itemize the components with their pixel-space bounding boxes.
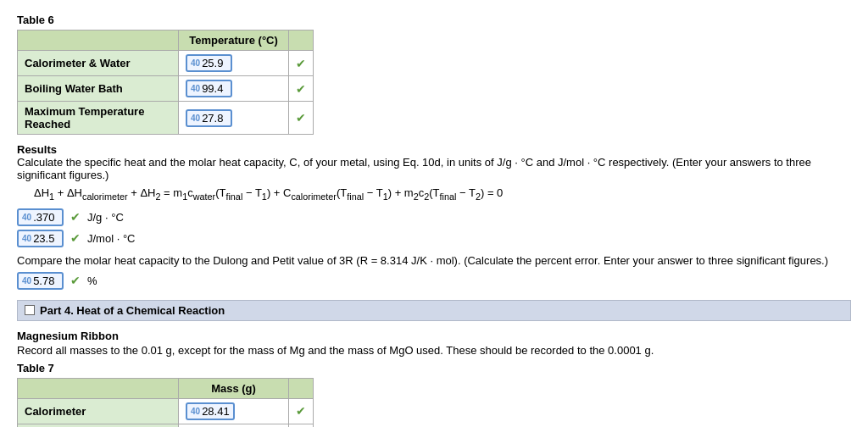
check-icon-3: ✔ bbox=[70, 274, 81, 287]
table7-col-header: Mass (g) bbox=[179, 378, 289, 398]
row-check: ✔ bbox=[289, 51, 314, 76]
sub-section-title: Magnesium Ribbon bbox=[17, 330, 851, 342]
row-check: ✔ bbox=[289, 102, 314, 135]
table-input[interactable]: 40 25.9 bbox=[186, 54, 232, 72]
input-num: 40 bbox=[191, 58, 200, 68]
table-input[interactable]: 40 28.41 bbox=[186, 402, 235, 420]
table6-label: Table 6 bbox=[17, 14, 851, 26]
table7-col-empty bbox=[18, 378, 179, 398]
result-input-1[interactable]: 40 .370 bbox=[17, 208, 64, 226]
row-check: ✔ bbox=[289, 424, 314, 427]
row-value-cell: 40 27.8 bbox=[179, 102, 289, 135]
result-input-row-1: 40 .370 ✔ J/g · °C bbox=[17, 208, 851, 226]
row-check: ✔ bbox=[289, 398, 314, 424]
unit-1: J/g · °C bbox=[87, 211, 124, 224]
results-desc: Calculate the specific heat and the mola… bbox=[17, 156, 851, 181]
result-input-2[interactable]: 40 23.5 bbox=[17, 230, 64, 247]
input-num-1: 40 bbox=[22, 213, 31, 222]
input-num: 40 bbox=[191, 84, 200, 93]
check-icon-1: ✔ bbox=[70, 210, 81, 224]
input-val: 28.41 bbox=[202, 405, 230, 418]
input-val-1: .370 bbox=[33, 211, 54, 224]
row-value-cell: 40 87.41 bbox=[179, 424, 289, 427]
result-input-row-3: 40 5.78 ✔ % bbox=[17, 272, 851, 290]
row-value-cell: 40 28.41 bbox=[179, 398, 289, 424]
row-label: Calorimeter & Water & Acid bbox=[18, 424, 179, 427]
input-num-3: 40 bbox=[22, 276, 31, 286]
part4-header-text: Part 4. Heat of a Chemical Reaction bbox=[40, 304, 225, 317]
unit-3: % bbox=[87, 274, 97, 287]
input-val: 25.9 bbox=[202, 57, 223, 69]
input-val-3: 5.78 bbox=[33, 274, 54, 287]
table6-col-header: Temperature (°C) bbox=[179, 30, 289, 51]
row-value-cell: 40 25.9 bbox=[179, 51, 289, 76]
table-input[interactable]: 40 27.8 bbox=[186, 109, 232, 127]
input-val: 27.8 bbox=[202, 112, 223, 125]
table-row: Calorimeter & Water & Acid 40 87.41 ✔ bbox=[18, 424, 314, 427]
row-check: ✔ bbox=[289, 76, 314, 102]
row-value-cell: 40 99.4 bbox=[179, 76, 289, 102]
input-val: 99.4 bbox=[202, 82, 223, 95]
row-label: Calorimeter & Water bbox=[18, 51, 179, 76]
input-val-2: 23.5 bbox=[33, 232, 54, 245]
row-label: Calorimeter bbox=[18, 398, 179, 424]
table-row: Maximum Temperature Reached 40 27.8 ✔ bbox=[18, 102, 314, 135]
table-row: Calorimeter 40 28.41 ✔ bbox=[18, 398, 314, 424]
row-label: Boiling Water Bath bbox=[18, 76, 179, 102]
results-label: Results bbox=[17, 143, 851, 156]
input-num-2: 40 bbox=[22, 234, 31, 243]
sub-section-desc: Record all masses to the 0.01 g, except … bbox=[17, 344, 851, 357]
table-input[interactable]: 40 99.4 bbox=[186, 80, 232, 97]
unit-2: J/mol · °C bbox=[87, 232, 135, 245]
input-num: 40 bbox=[191, 114, 200, 123]
table-row: Boiling Water Bath 40 99.4 ✔ bbox=[18, 76, 314, 102]
table-row: Calorimeter & Water 40 25.9 ✔ bbox=[18, 51, 314, 76]
table7-col-check bbox=[289, 378, 314, 398]
table6-col-check bbox=[289, 30, 314, 51]
results-section: Results Calculate the specific heat and … bbox=[17, 143, 851, 290]
compare-desc: Compare the molar heat capacity to the D… bbox=[17, 254, 851, 267]
row-label: Maximum Temperature Reached bbox=[18, 102, 179, 135]
table6-col-empty bbox=[18, 30, 179, 51]
table6: Temperature (°C) Calorimeter & Water 40 … bbox=[17, 30, 314, 135]
part4-checkbox[interactable] bbox=[25, 305, 35, 315]
result-input-3[interactable]: 40 5.78 bbox=[17, 272, 64, 290]
equation: ΔH1 + ΔHcalorimeter + ΔH2 = m1cwater(Tfi… bbox=[34, 186, 851, 202]
table7: Mass (g) Calorimeter 40 28.41 ✔ Calorime… bbox=[17, 378, 314, 427]
result-input-row-2: 40 23.5 ✔ J/mol · °C bbox=[17, 230, 851, 247]
part4-header: Part 4. Heat of a Chemical Reaction bbox=[17, 300, 851, 321]
check-icon-2: ✔ bbox=[70, 231, 81, 245]
table7-label: Table 7 bbox=[17, 362, 851, 374]
input-num: 40 bbox=[191, 407, 200, 416]
